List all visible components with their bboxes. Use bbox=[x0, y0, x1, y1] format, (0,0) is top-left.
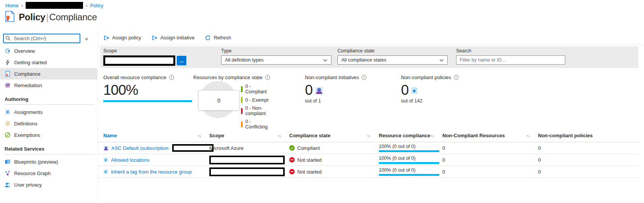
sidebar-item-label: User privacy bbox=[14, 182, 42, 188]
column-header-compliance-state[interactable]: Compliance state ↑↓ bbox=[289, 133, 379, 138]
overall-compliance-value: 100% bbox=[103, 83, 192, 98]
row-name-link[interactable]: Allowed locations bbox=[111, 157, 149, 163]
redaction-box bbox=[172, 144, 214, 152]
column-label: Resource compliance bbox=[379, 133, 430, 138]
resource-compliance-bar bbox=[379, 150, 439, 152]
sidebar-collapse-button[interactable]: « bbox=[85, 35, 88, 42]
sidebar-item-getting-started[interactable]: Getting started bbox=[0, 57, 97, 68]
search-icon bbox=[5, 36, 11, 42]
policy-doc-icon bbox=[411, 87, 418, 96]
sidebar-item-overview[interactable]: Overview bbox=[0, 45, 97, 57]
column-header-noncompliant-policies[interactable]: Non-compliant policies bbox=[538, 133, 638, 138]
sort-icon[interactable]: ↑↓ bbox=[367, 133, 370, 138]
info-icon[interactable]: i bbox=[169, 75, 174, 80]
refresh-icon bbox=[205, 35, 211, 41]
row-compliance-state: Compliant bbox=[289, 145, 379, 151]
exemptions-icon bbox=[5, 132, 11, 138]
noncompliant-initiatives-metric: Non-compliant initiatives i 0 out of 1 bbox=[305, 75, 367, 104]
legend-swatch bbox=[241, 97, 243, 103]
sidebar-item-resource-graph[interactable]: Resource Graph bbox=[0, 167, 97, 179]
info-icon[interactable]: i bbox=[454, 75, 459, 80]
sidebar-item-label: Definitions bbox=[14, 121, 37, 127]
assign-icon bbox=[103, 35, 109, 41]
sidebar-item-user-privacy[interactable]: User privacy bbox=[0, 179, 97, 190]
resources-by-state-metric: Resources by compliance state i 0 0 - Co… bbox=[193, 75, 270, 80]
compliance-state-label: Compliance state bbox=[337, 48, 448, 54]
noncompliant-policies-caption: out of 142 bbox=[401, 98, 459, 104]
legend-label: 0 - Conflicting bbox=[245, 119, 270, 130]
assign-initiative-button[interactable]: Assign initiative bbox=[152, 35, 195, 41]
sidebar-item-label: Remediation bbox=[14, 83, 42, 88]
column-header-scope[interactable]: Scope ↑↓ bbox=[209, 133, 289, 138]
sidebar-item-remediation[interactable]: Remediation bbox=[0, 80, 97, 91]
metrics-row: Overall resource compliance i 100% Resou… bbox=[98, 75, 644, 129]
breadcrumb-policy-link[interactable]: Policy bbox=[90, 3, 103, 8]
row-scope bbox=[209, 167, 289, 176]
resources-by-state-label: Resources by compliance state bbox=[193, 75, 262, 80]
policy-doc-icon bbox=[103, 169, 108, 174]
row-scope bbox=[209, 156, 289, 164]
sidebar-item-label: Overview bbox=[14, 48, 35, 54]
sidebar-item-blueprints[interactable]: Blueprints (preview) bbox=[0, 156, 97, 167]
row-scope: Microsoft Azure bbox=[209, 145, 289, 151]
noncompliant-policies-value: 0 bbox=[401, 83, 409, 98]
resource-compliance-bar bbox=[379, 162, 439, 164]
sidebar: « Overview Getting started Compliance bbox=[0, 31, 98, 203]
sidebar-item-label: Blueprints (preview) bbox=[14, 159, 58, 165]
assign-policy-button[interactable]: Assign policy bbox=[103, 35, 141, 41]
compliance-icon bbox=[5, 71, 11, 77]
policy-doc-icon bbox=[103, 157, 108, 162]
noncompliant-policies-metric: Non-compliant policies i 0 out of 142 bbox=[401, 75, 459, 104]
not-started-icon bbox=[289, 169, 295, 174]
overall-compliance-bar bbox=[103, 100, 192, 102]
legend-item-conflicting: 0 - Conflicting bbox=[241, 119, 270, 130]
breadcrumb-separator: › bbox=[86, 3, 87, 8]
legend-item-non-compliant: 0 - Non-compliant bbox=[241, 106, 270, 116]
sidebar-search-input[interactable] bbox=[3, 34, 80, 43]
row-noncompliant-resources: 0 bbox=[442, 145, 538, 151]
filter-search-input[interactable] bbox=[456, 55, 565, 65]
row-noncompliant-policies: 0 bbox=[538, 145, 638, 151]
filter-bar: Scope ... Type All definition types Comp… bbox=[100, 46, 638, 68]
sidebar-item-compliance[interactable]: Compliance bbox=[0, 68, 97, 80]
row-compliance-state: Not started bbox=[289, 169, 379, 175]
column-header-resource-compliance[interactable]: Resource compliance ↑↓ bbox=[379, 133, 442, 138]
sidebar-item-assignments[interactable]: Assignments bbox=[0, 106, 97, 118]
row-resource-compliance: 100% (0 out of 0) bbox=[379, 156, 442, 164]
sidebar-item-label: Assignments bbox=[14, 109, 42, 115]
sort-icon[interactable]: ↑↓ bbox=[197, 133, 201, 138]
page-title: Policy|Compliance bbox=[19, 12, 97, 23]
type-dropdown[interactable]: All definition types bbox=[221, 55, 331, 65]
breadcrumb: Home › › Policy bbox=[5, 2, 103, 9]
compliance-state-dropdown[interactable]: All compliance states bbox=[337, 55, 448, 65]
refresh-button[interactable]: Refresh bbox=[205, 35, 231, 41]
sort-icon[interactable]: ↑↓ bbox=[277, 133, 281, 138]
sidebar-item-exemptions[interactable]: Exemptions bbox=[0, 129, 97, 141]
info-icon[interactable]: i bbox=[362, 75, 367, 80]
sort-icon[interactable]: ↑↓ bbox=[430, 133, 434, 138]
column-label: Non-Compliant Resources bbox=[442, 133, 505, 138]
sidebar-item-definitions[interactable]: Definitions bbox=[0, 118, 97, 129]
sidebar-item-label: Getting started bbox=[14, 60, 47, 65]
breadcrumb-home-link[interactable]: Home bbox=[5, 3, 19, 8]
sort-icon[interactable]: ↑↓ bbox=[526, 133, 530, 138]
noncompliant-policies-label: Non-compliant policies bbox=[401, 75, 451, 80]
scope-browse-button[interactable]: ... bbox=[177, 56, 186, 65]
table-row: ASC Default (subscription: Microsoft Azu… bbox=[98, 142, 638, 154]
legend-label: 0 - Non-compliant bbox=[245, 106, 270, 116]
scope-label: Scope bbox=[103, 48, 186, 54]
column-label: Name bbox=[103, 133, 117, 138]
overall-compliance-metric: Overall resource compliance i 100% bbox=[103, 75, 192, 102]
scope-input-redacted[interactable] bbox=[103, 55, 175, 66]
row-noncompliant-resources: 0 bbox=[442, 157, 538, 163]
donut-tooltip: 0 bbox=[198, 90, 240, 110]
donut-legend: 0 - Compliant 0 - Exempt 0 - Non-complia… bbox=[241, 84, 270, 130]
assignments-icon bbox=[5, 109, 11, 115]
row-name-link[interactable]: Inherit a tag from the resource group bbox=[111, 169, 192, 175]
column-header-name[interactable]: Name ↑↓ bbox=[103, 133, 209, 138]
info-icon[interactable]: i bbox=[265, 75, 270, 80]
column-header-noncompliant-resources[interactable]: Non-Compliant Resources ↑↓ bbox=[442, 133, 538, 138]
getting-started-icon bbox=[5, 59, 11, 65]
row-name-link[interactable]: ASC Default (subscription: bbox=[111, 145, 170, 151]
redaction-box bbox=[209, 167, 285, 176]
